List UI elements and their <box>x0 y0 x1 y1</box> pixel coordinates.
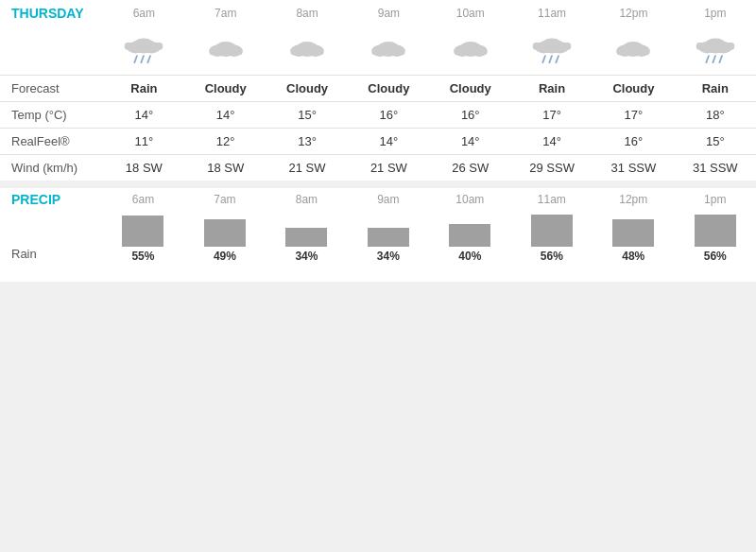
temp-row: Temp (°C) 14°14°15°16°16°17°17°18° <box>0 102 756 129</box>
bar-container: 40% <box>433 224 507 263</box>
precip-time-9am: 9am <box>348 188 429 211</box>
forecast-label: Forecast <box>0 76 103 102</box>
rain-label: Rain <box>0 211 102 267</box>
rain-pct: 49% <box>214 250 236 263</box>
rain-pct: 48% <box>622 250 644 263</box>
precip-time-11am: 11am <box>511 188 593 211</box>
wind-value: 18 SW <box>103 155 184 181</box>
svg-line-5 <box>142 56 145 62</box>
cloud-icon <box>612 37 654 61</box>
realfeel-value: 14° <box>430 129 511 155</box>
weather-icon-cell <box>185 26 266 76</box>
precip-time-1pm: 1pm <box>675 188 757 211</box>
weather-icons-row <box>0 26 756 76</box>
cloud-icon <box>205 37 247 61</box>
bar-container: 55% <box>106 216 180 263</box>
rain-pct: 40% <box>458 250 481 263</box>
bar-container: 34% <box>269 228 343 263</box>
cloud-icon <box>286 37 328 61</box>
realfeel-value: 14° <box>348 129 429 155</box>
precip-section: PRECIP 6am 7am 8am 9am 10am 11am 12pm 1p… <box>0 188 756 282</box>
svg-rect-3 <box>125 43 163 50</box>
svg-line-6 <box>148 56 151 62</box>
rain-bar <box>612 219 654 247</box>
precip-time-12pm: 12pm <box>593 188 674 211</box>
svg-line-40 <box>719 56 722 62</box>
time-12pm: 12pm <box>593 0 674 26</box>
rain-bar <box>449 224 490 247</box>
rain-bar-cell: 34% <box>266 211 347 267</box>
temp-value: 16° <box>430 102 511 129</box>
realfeel-label: RealFeel® <box>0 129 103 155</box>
rain-bar-cell: 48% <box>593 211 674 267</box>
rain-bar-cell: 55% <box>102 211 183 267</box>
time-8am: 8am <box>266 0 348 26</box>
time-1pm: 1pm <box>675 0 756 26</box>
bar-container: 34% <box>352 228 425 263</box>
cloud-icon <box>450 37 491 61</box>
realfeel-value: 16° <box>593 129 674 155</box>
wind-value: 26 SW <box>430 155 511 181</box>
condition-value: Cloudy <box>593 76 674 102</box>
svg-rect-37 <box>696 43 734 50</box>
precip-time-10am: 10am <box>429 188 510 211</box>
cloud-icon <box>368 37 409 61</box>
bar-container: 56% <box>679 215 753 263</box>
rain-bar <box>204 219 246 247</box>
svg-rect-10 <box>209 47 242 55</box>
temp-label: Temp (°C) <box>0 102 103 129</box>
rain-bar-cell: 49% <box>184 211 266 267</box>
wind-row: Wind (km/h) 18 SW18 SW21 SW21 SW26 SW29 … <box>0 155 756 181</box>
rain-bar <box>531 215 573 247</box>
realfeel-value: 11° <box>103 129 184 155</box>
rain-icon <box>123 34 164 64</box>
condition-value: Cloudy <box>430 76 511 102</box>
precip-time-6am: 6am <box>102 188 183 211</box>
svg-line-38 <box>706 56 709 62</box>
time-10am: 10am <box>430 0 511 26</box>
condition-value: Cloudy <box>266 76 348 102</box>
wind-value: 31 SSW <box>593 155 674 181</box>
weather-icon-cell <box>675 26 756 76</box>
svg-rect-22 <box>454 47 487 55</box>
time-9am: 9am <box>348 0 429 26</box>
condition-value: Rain <box>511 76 593 102</box>
forecast-section: THURSDAY 6am 7am 8am 9am 10am 11am 12pm … <box>0 0 756 181</box>
rain-pct: 56% <box>541 250 563 263</box>
realfeel-value: 12° <box>185 129 266 155</box>
time-6am: 6am <box>103 0 184 26</box>
rain-icon <box>531 34 573 64</box>
forecast-table: THURSDAY 6am 7am 8am 9am 10am 11am 12pm … <box>0 0 756 181</box>
temp-value: 17° <box>511 102 593 129</box>
rain-bar <box>122 216 163 247</box>
bar-container: 49% <box>188 219 262 263</box>
rain-bar <box>695 215 736 247</box>
wind-value: 29 SSW <box>511 155 593 181</box>
rain-bar-cell: 56% <box>511 211 593 267</box>
day-label: THURSDAY <box>0 0 103 26</box>
weather-icon-cell <box>266 26 348 76</box>
realfeel-value: 13° <box>266 129 348 155</box>
time-7am: 7am <box>185 0 266 26</box>
precip-label: PRECIP <box>0 188 102 211</box>
weather-icon-cell <box>103 26 184 76</box>
condition-value: Cloudy <box>348 76 429 102</box>
wind-value: 31 SSW <box>675 155 756 181</box>
precip-table: PRECIP 6am 7am 8am 9am 10am 11am 12pm 1p… <box>0 188 756 267</box>
wind-label: Wind (km/h) <box>0 155 103 181</box>
rain-pct: 34% <box>295 250 318 263</box>
svg-rect-14 <box>290 47 323 55</box>
weather-icon-cell <box>348 26 429 76</box>
realfeel-row: RealFeel® 11°12°13°14°14°14°16°15° <box>0 129 756 155</box>
rain-bar-cell: 34% <box>348 211 429 267</box>
svg-line-28 <box>549 56 552 62</box>
svg-rect-26 <box>533 43 571 50</box>
rain-pct: 56% <box>704 250 727 263</box>
temp-value: 14° <box>185 102 266 129</box>
rain-icon <box>695 34 736 64</box>
temp-value: 14° <box>103 102 184 129</box>
svg-line-39 <box>713 56 715 62</box>
wind-value: 21 SW <box>348 155 429 181</box>
time-11am: 11am <box>511 0 593 26</box>
weather-icon-cell <box>593 26 674 76</box>
